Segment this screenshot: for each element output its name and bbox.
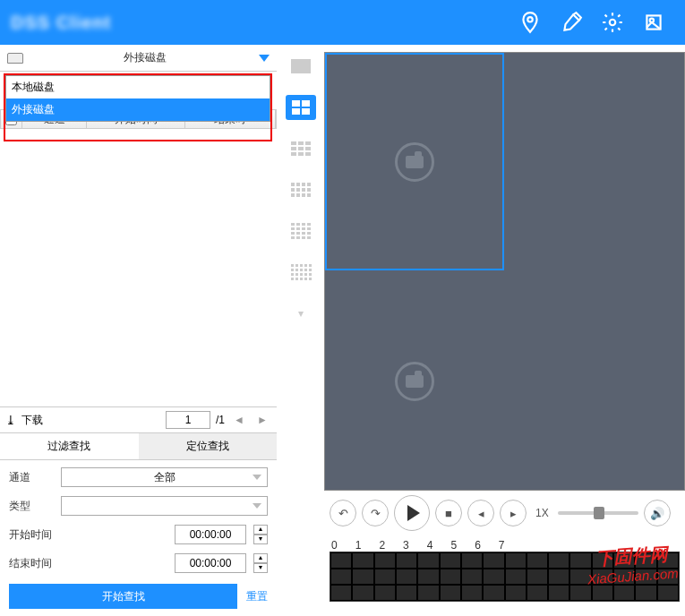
page-next-icon[interactable]: ► [253,411,271,429]
start-search-button[interactable]: 开始查找 [9,584,237,609]
chevron-down-icon [253,503,261,509]
page-total: /1 [216,414,225,426]
disk-icon [7,53,23,64]
disk-option-local[interactable]: 本地磁盘 [6,76,270,98]
app-title: DSS Client [11,13,111,33]
download-label[interactable]: 下载 [21,413,43,428]
download-bar: ⤓ 下载 /1 ◄ ► [0,406,277,433]
layout-more-button[interactable]: ▾ [286,301,316,326]
end-time-input[interactable]: 00:00:00 [175,553,246,573]
map-pin-icon[interactable] [509,0,551,45]
timeline-area: 01234567 下固件网 XiaGuJian.com [324,535,685,616]
right-panel: ▾ ↶ ↷ ■ ◂ ▸ 1X 🔊 [278,45,685,616]
layout-2x2-button[interactable] [286,95,316,120]
redo-button[interactable]: ↷ [362,500,389,526]
result-list [0,129,277,406]
layout-bar: ▾ [278,45,324,616]
channel-label: 通道 [9,470,54,485]
channel-select[interactable]: 全部 [61,467,268,487]
video-grid [324,52,685,491]
chevron-down-icon [259,55,270,62]
watermark: 下固件网 XiaGuJian.com [586,542,680,587]
svg-point-0 [527,17,532,21]
video-cell-2[interactable] [506,53,685,270]
type-label: 类型 [9,499,54,514]
video-cell-1[interactable] [325,53,504,270]
gear-icon[interactable] [592,0,633,45]
reset-link[interactable]: 重置 [246,589,268,604]
tab-locate[interactable]: 定位查找 [139,433,278,460]
layout-5x5-button[interactable] [286,218,316,244]
layout-3x3-button[interactable] [286,136,316,161]
tab-filter[interactable]: 过滤查找 [0,433,139,460]
start-time-label: 开始时间 [9,527,54,543]
end-time-label: 结束时间 [9,556,54,571]
start-time-spinner[interactable]: ▲▼ [253,525,268,544]
camera-icon [395,142,434,182]
volume-button[interactable]: 🔊 [644,500,671,526]
end-time-spinner[interactable]: ▲▼ [253,553,268,573]
disk-option-external[interactable]: 外接磁盘 [6,98,270,121]
disk-selected-label: 外接磁盘 [30,50,259,65]
start-time-input[interactable]: 00:00:00 [175,525,246,544]
left-panel: 外接磁盘 通道 开始时间 结束时 ⤓ 下载 /1 ◄ ► 过滤查找 定位查找 通… [0,45,278,616]
layout-6x6-button[interactable] [286,260,316,285]
video-cell-4[interactable] [506,272,685,490]
filter-form: 通道 全部 类型 开始时间 00:00:00 ▲▼ 结束时间 00:00:00 … [0,460,277,580]
brush-icon[interactable] [551,0,592,45]
speed-slider[interactable] [558,511,638,515]
speed-label: 1X [535,507,549,519]
download-icon[interactable]: ⤓ [5,413,16,427]
stop-button[interactable]: ■ [435,500,462,526]
layout-4x4-button[interactable] [286,177,316,202]
layout-1x1-button[interactable] [286,54,316,79]
prev-frame-button[interactable]: ◂ [467,500,494,526]
page-input[interactable] [166,411,210,429]
disk-selector[interactable]: 外接磁盘 [0,45,277,72]
video-cell-3[interactable] [325,272,504,490]
search-tabs: 过滤查找 定位查找 [0,433,277,460]
camera-icon [395,362,434,401]
page-prev-icon[interactable]: ◄ [230,411,248,429]
play-button[interactable] [394,495,430,531]
crop-icon[interactable] [633,0,674,45]
chevron-down-icon [253,475,261,480]
type-select[interactable] [61,496,268,516]
svg-point-1 [610,20,616,26]
top-toolbar: DSS Client [0,0,685,45]
undo-button[interactable]: ↶ [330,500,356,526]
playback-controls: ↶ ↷ ■ ◂ ▸ 1X 🔊 [324,491,685,535]
disk-dropdown[interactable]: 本地磁盘 外接磁盘 [5,75,270,122]
next-frame-button[interactable]: ▸ [500,500,527,526]
